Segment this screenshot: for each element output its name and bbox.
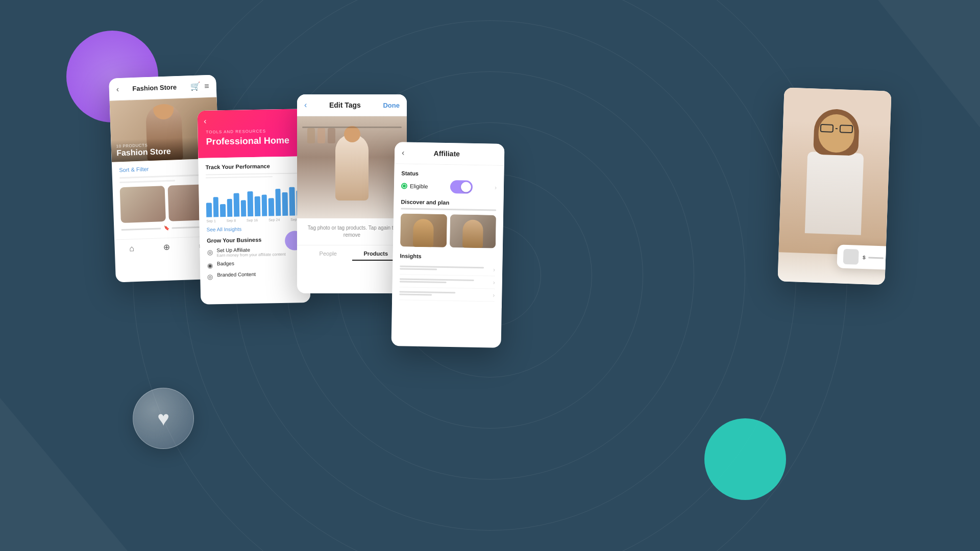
hanging-item-3 — [328, 128, 335, 143]
photo-card-image: $ $ — [777, 87, 891, 285]
insight-chevron-1: › — [493, 266, 495, 273]
affiliate-back-button[interactable]: ‹ — [402, 148, 405, 157]
tags-instruction-text: Tag photo or tag products. Tap again to … — [304, 224, 400, 239]
status-section-title: Status — [401, 170, 497, 178]
branded-icon: ◎ — [207, 272, 213, 280]
product-thumb-1[interactable] — [120, 186, 166, 223]
affiliate-body: Status Eligible › Discover and plan — [392, 164, 504, 308]
discover-images — [400, 213, 496, 248]
grow-item-branded: ◎ Branded Content — [207, 270, 303, 280]
tags-photo[interactable] — [297, 116, 407, 218]
chart-label-4: Sep 24 — [268, 218, 280, 221]
price-tag-widget[interactable]: $ $ — [837, 244, 891, 270]
photo-person — [778, 87, 891, 256]
grow-item-badges: ◉ Badges — [207, 259, 303, 269]
insight-bar-container-2 — [400, 278, 493, 285]
discover-img-2[interactable] — [449, 214, 496, 248]
affiliate-icon: ◎ — [207, 248, 212, 256]
discover-bar-1 — [401, 208, 496, 211]
bar-2 — [213, 197, 218, 217]
insight-bar-3b — [399, 293, 432, 295]
menu-icon[interactable]: ≡ — [204, 81, 209, 90]
see-all-insights-link[interactable]: See All Insights — [207, 225, 302, 232]
person-figure — [335, 134, 369, 201]
chart-label-1: Sep 1 — [206, 219, 215, 222]
bar-9 — [261, 194, 267, 216]
insight-bar-3 — [399, 291, 455, 293]
bar-8 — [255, 196, 260, 216]
price-values: $ $ — [863, 255, 890, 261]
price-symbol-2: $ — [887, 255, 890, 261]
insight-chevron-2: › — [493, 279, 495, 286]
bar-6 — [241, 200, 247, 216]
insight-bar-1b — [400, 268, 437, 270]
affiliate-status-row: Eligible › — [401, 179, 497, 194]
add-icon[interactable]: ⊕ — [163, 242, 170, 252]
bar-3 — [220, 204, 226, 217]
glasses-bridge — [836, 128, 838, 129]
bar-11 — [275, 189, 281, 216]
home-icon[interactable]: ⌂ — [129, 244, 134, 253]
hanging-item-1 — [307, 128, 315, 143]
clothing-rack — [302, 127, 402, 128]
discover-img-1[interactable] — [400, 213, 447, 247]
glasses-right — [840, 124, 853, 133]
badges-title[interactable]: Badges — [217, 260, 234, 266]
bar-12 — [282, 192, 288, 216]
girl-glasses — [820, 124, 853, 133]
badges-icon: ◉ — [207, 261, 213, 269]
tab-people[interactable]: People — [304, 251, 352, 261]
professional-back-button[interactable]: ‹ — [204, 117, 207, 126]
bar-1 — [206, 203, 212, 217]
card-photo: $ $ — [777, 87, 891, 285]
tags-header: ‹ Edit Tags Done — [297, 94, 407, 116]
model-figure-1 — [413, 219, 434, 247]
price-thumb-image — [843, 249, 859, 265]
eligible-dot — [401, 183, 407, 189]
discover-img-1-bg — [400, 213, 447, 247]
chart-top-bar — [206, 172, 301, 175]
fashion-store-title: Fashion Store — [132, 83, 177, 92]
discover-plan-title: Discover and plan — [401, 198, 496, 206]
insight-row-2[interactable]: › — [400, 274, 495, 289]
fashion-header-icons: 🛒 ≡ — [190, 81, 209, 91]
tags-back-button[interactable]: ‹ — [304, 101, 307, 110]
professional-home-title: Professional Home — [206, 135, 300, 147]
chart-labels: Sep 1 Sep 8 Sep 16 Sep 24 Sep 31 — [206, 217, 302, 222]
girl-figure — [805, 108, 865, 235]
tools-resources-label: TOOLS AND RESOURCES — [206, 128, 299, 134]
price-symbol-1: $ — [863, 255, 866, 260]
insight-bar-container-1 — [400, 265, 493, 272]
card-edit-tags: ‹ Edit Tags Done Tag photo or tag produc… — [297, 94, 407, 293]
bar-13 — [289, 187, 295, 215]
insights-section-title: Insights — [400, 253, 496, 260]
affiliate-title: Affiliate — [433, 149, 460, 158]
bar-4 — [227, 198, 232, 216]
card-professional-home: ‹ TOOLS AND RESOURCES Professional Home … — [198, 109, 311, 305]
cards-area: ‹ Fashion Store 🛒 ≡ 10 PRODUCTS Fashion … — [0, 0, 980, 551]
model-figure-2 — [462, 220, 483, 248]
bar-10 — [268, 198, 274, 216]
bar-7 — [248, 191, 253, 216]
insight-row-1[interactable]: › — [400, 262, 495, 276]
cart-icon[interactable]: 🛒 — [190, 82, 201, 92]
hanging-item-2 — [317, 128, 325, 143]
professional-header: ‹ TOOLS AND RESOURCES Professional Home — [198, 109, 308, 158]
fashion-header: ‹ Fashion Store 🛒 ≡ — [109, 74, 216, 101]
insight-bar-container-3 — [399, 291, 493, 297]
branded-title[interactable]: Branded Content — [217, 271, 256, 278]
card-affiliate: ‹ Affiliate Status Eligible › Discover a… — [391, 142, 505, 348]
tags-photo-bg — [297, 116, 407, 218]
fashion-back-button[interactable]: ‹ — [116, 85, 119, 94]
affiliate-eligible: Eligible — [401, 183, 428, 189]
affiliate-toggle[interactable] — [450, 180, 472, 194]
professional-body: Track Your Performance — [198, 156, 310, 290]
tags-done-button[interactable]: Done — [383, 102, 400, 109]
affiliate-subtitle: Earn money from your affiliate content — [217, 252, 286, 258]
tags-title: Edit Tags — [329, 101, 361, 109]
price-dot-bar — [869, 257, 884, 259]
girl-head-area — [815, 109, 857, 156]
separator-bar-short — [119, 180, 175, 183]
insight-row-3[interactable]: › — [399, 287, 495, 302]
badges-content: Badges — [217, 260, 234, 266]
